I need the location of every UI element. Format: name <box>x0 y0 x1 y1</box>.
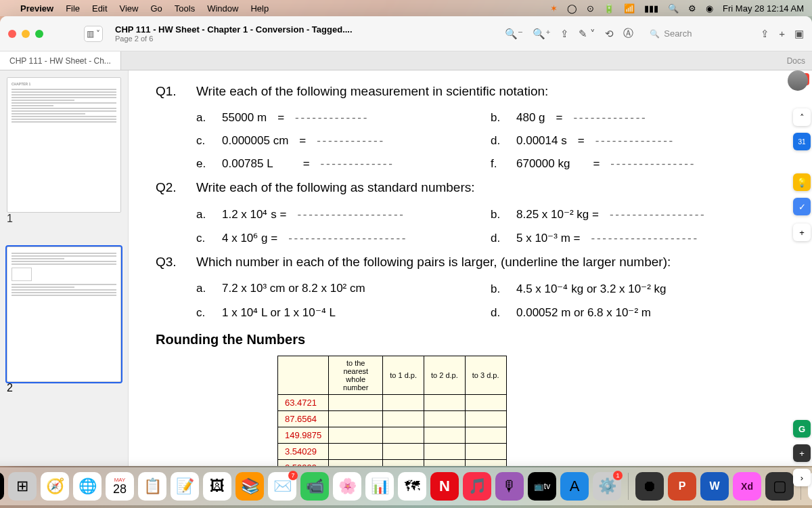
markup-icon[interactable]: ✎ ˅ <box>579 28 595 40</box>
grammarly-icon[interactable]: G <box>793 420 811 438</box>
dock-word[interactable]: W <box>700 472 729 501</box>
q1a-expr: 55000 m <box>222 111 267 125</box>
share-icon[interactable]: ⇪ <box>560 28 569 40</box>
q1b-letter: b. <box>491 111 505 125</box>
menu-tools[interactable]: Tools <box>175 3 195 14</box>
dock-launchpad2[interactable]: ⊞ <box>8 472 37 501</box>
record-icon[interactable]: ⊙ <box>587 3 594 14</box>
profile-avatar[interactable] <box>788 70 808 91</box>
close-button[interactable] <box>8 30 16 38</box>
dock-powerpoint[interactable]: P <box>668 472 696 501</box>
dock-terminal[interactable]: ▢ <box>765 472 794 501</box>
menu-go[interactable]: Go <box>150 3 162 14</box>
q1f-letter: f. <box>491 157 505 171</box>
menu-edit[interactable]: Edit <box>92 3 107 14</box>
dock-notes[interactable]: 📝 <box>171 472 199 501</box>
dock-obs[interactable]: ⏺ <box>635 472 664 501</box>
highlight-icon[interactable]: Ⓐ <box>623 27 633 40</box>
dock-separator <box>628 473 629 500</box>
xtra-icon[interactable]: ✶ <box>550 3 558 14</box>
q1f-expr: 670000 kg <box>516 157 570 171</box>
dock-appstore[interactable]: A <box>560 472 589 501</box>
dock-settings[interactable]: ⚙️1 <box>593 472 621 501</box>
q2d-letter: d. <box>491 232 505 245</box>
siri-icon[interactable]: ◉ <box>706 3 713 14</box>
tabs-icon[interactable]: ▣ <box>794 28 804 40</box>
titlebar: ▥ ˅ CHP 111 - HW Sheet - Chapter 1 - Con… <box>0 16 812 51</box>
tab-bar: CHP 111 - HW Sheet - Ch... Docs <box>0 51 812 70</box>
page-thumbnail-1[interactable]: CHAPTER 1 <box>7 77 121 213</box>
dock-tv[interactable]: 📺tv <box>528 472 556 501</box>
thumbnail-sidebar[interactable]: CHAPTER 1 1 2 <box>0 70 129 466</box>
dock-stats[interactable]: 📊 <box>365 472 394 501</box>
rotate-icon[interactable]: ⟲ <box>605 28 614 40</box>
calendar-widget-icon[interactable]: 31 <box>793 133 811 150</box>
menu-window[interactable]: Window <box>207 3 238 14</box>
keep-icon[interactable]: 💡 <box>793 173 811 191</box>
battery-icon[interactable]: 🔋 <box>604 3 614 14</box>
q2a-letter: a. <box>196 208 211 221</box>
q2d-expr: 5 x 10⁻³ m = <box>516 231 581 245</box>
dock-music[interactable]: 🎵 <box>463 472 491 501</box>
search-field[interactable]: Search <box>643 26 751 41</box>
dock-chrome[interactable]: 🌐 <box>73 472 102 501</box>
page-thumbnail-2[interactable] <box>7 247 121 382</box>
dock-preview[interactable]: 🖼 <box>203 472 231 501</box>
add-icon[interactable]: + <box>793 444 811 462</box>
q1-number: Q1. <box>156 84 196 99</box>
export-icon[interactable]: ⇪ <box>761 28 769 40</box>
tasks-icon[interactable]: ✓ <box>793 198 811 215</box>
rounding-table: to the nearest whole number to 1 d.p. to… <box>277 356 507 466</box>
rt-h3: to 2 d.p. <box>424 356 466 395</box>
dock-xd[interactable]: Xd <box>733 472 761 501</box>
page-number-2: 2 <box>7 382 121 394</box>
q3b-expr: 4.5 x 10⁻⁴ kg or 3.2 x 10⁻² kg <box>516 282 667 296</box>
tab-document[interactable]: CHP 111 - HW Sheet - Ch... <box>0 51 121 70</box>
dock-netflix[interactable]: N <box>430 472 459 501</box>
minimize-button[interactable] <box>22 30 30 38</box>
dock-maps[interactable]: 🗺 <box>398 472 426 501</box>
rt-h2: to 1 d.p. <box>383 356 424 395</box>
tab-docs[interactable]: Docs <box>780 56 812 66</box>
q3-number: Q3. <box>156 255 196 270</box>
zoom-in-icon[interactable]: 🔍⁺ <box>533 28 551 40</box>
sidebar-toggle-button[interactable]: ▥ ˅ <box>84 26 103 42</box>
search-icon[interactable]: 🔍 <box>668 3 679 14</box>
dock-podcasts[interactable]: 🎙 <box>495 472 524 501</box>
q1d-letter: d. <box>491 134 505 148</box>
new-tab-icon[interactable]: + <box>779 28 785 39</box>
sync-icon[interactable]: ◯ <box>567 3 577 14</box>
q1c-expr: 0.000005 cm <box>222 134 288 148</box>
menu-view[interactable]: View <box>120 3 139 14</box>
dock-facetime[interactable]: 📹 <box>300 472 329 501</box>
battery2-icon[interactable]: ▮▮▮ <box>644 3 658 14</box>
dock-photos[interactable]: 🌸 <box>333 472 361 501</box>
dock-reminders[interactable]: 📋 <box>138 472 166 501</box>
clock[interactable]: Fri May 28 12:14 AM <box>723 3 804 14</box>
app-menu[interactable]: Preview <box>20 3 53 14</box>
chevron-up-icon[interactable]: ˄ <box>793 108 811 126</box>
control-center-icon[interactable]: ⚙ <box>688 3 696 14</box>
wifi-icon[interactable]: 📶 <box>624 3 635 14</box>
page-number-1: 1 <box>7 213 121 225</box>
dock: 🙂 ▦ 🌈 ⊞ 🧭 🌐 MAY28 📋 📝 🖼 📚 ✉️7 📹 🌸 📊 🗺 N … <box>0 467 812 505</box>
dock-calendar[interactable]: MAY28 <box>106 472 134 501</box>
dock-safari[interactable]: 🧭 <box>41 472 69 501</box>
menubar: Preview File Edit View Go Tools Window H… <box>0 0 812 16</box>
q3d-letter: d. <box>491 306 505 320</box>
page-viewport[interactable]: Q1. Write each of the following measurem… <box>129 70 812 466</box>
zoom-out-icon[interactable]: 🔍⁻ <box>505 28 523 40</box>
dock-siri[interactable]: 🌈 <box>0 472 4 501</box>
rt-h0 <box>278 356 329 395</box>
chevron-right-icon[interactable]: › <box>793 469 811 486</box>
menu-help[interactable]: Help <box>250 3 269 14</box>
q1c-letter: c. <box>196 134 211 148</box>
q1b-expr: 480 g <box>516 111 545 125</box>
dock-mail[interactable]: ✉️7 <box>268 472 296 501</box>
menu-file[interactable]: File <box>66 3 80 14</box>
q2c-letter: c. <box>196 232 211 245</box>
q1d-expr: 0.00014 s <box>516 134 567 148</box>
plus-icon[interactable]: + <box>793 224 811 241</box>
fullscreen-button[interactable] <box>35 30 43 38</box>
dock-books[interactable]: 📚 <box>235 472 264 501</box>
